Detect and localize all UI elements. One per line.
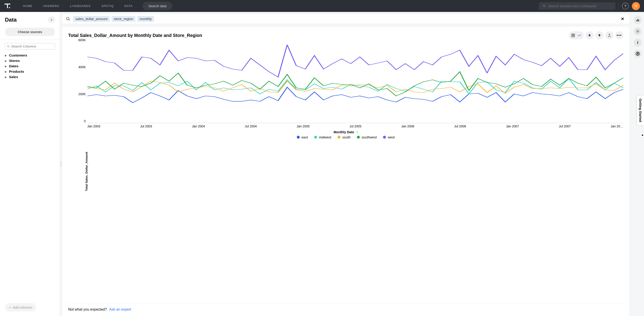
nav-spotiq[interactable]: SPOTIQ bbox=[96, 4, 119, 8]
search-icon bbox=[7, 45, 10, 48]
chart-actions: ••• bbox=[569, 31, 623, 40]
line-chart-icon bbox=[578, 33, 582, 37]
search-data-button[interactable]: Search data bbox=[142, 2, 172, 10]
svg-line-6 bbox=[9, 46, 10, 47]
share-icon bbox=[608, 34, 611, 37]
svg-rect-9 bbox=[572, 34, 575, 37]
r-analysis-button[interactable]: Ⓡ bbox=[634, 50, 642, 58]
pin-button[interactable] bbox=[586, 31, 594, 40]
tree-item-products[interactable]: ▶Products bbox=[3, 69, 57, 74]
share-button[interactable] bbox=[605, 31, 614, 40]
x-tick: Jan 2006 bbox=[402, 124, 414, 128]
y-tick: 600K bbox=[74, 38, 86, 42]
global-search[interactable] bbox=[539, 2, 616, 10]
not-expected-prompt: Not what you expected? Ask an expert bbox=[68, 303, 623, 313]
avatar[interactable]: N bbox=[632, 2, 640, 10]
chart-container: Total Sales_Dollar_Amount by Monthly Dat… bbox=[62, 27, 629, 316]
legend: east midwest south southwest west bbox=[68, 135, 623, 139]
caret-right-icon: ▶ bbox=[5, 65, 7, 68]
gear-icon bbox=[636, 29, 640, 33]
y-tick: 400K bbox=[74, 65, 86, 69]
x-tick: Jul 2003 bbox=[140, 124, 152, 128]
search-bar[interactable]: sales_dollar_amount store_region monthly… bbox=[62, 14, 629, 24]
search-token[interactable]: sales_dollar_amount bbox=[73, 16, 110, 22]
nav-liveboards[interactable]: LIVEBOARDS bbox=[64, 4, 96, 8]
svg-point-19 bbox=[637, 31, 638, 32]
tree-item-dates[interactable]: ▶Dates bbox=[3, 64, 57, 69]
search-token[interactable]: store_region bbox=[112, 16, 136, 22]
tree-item-stores[interactable]: ▶Stores bbox=[3, 58, 57, 64]
x-tick: Jul 2004 bbox=[245, 124, 257, 128]
chart-body: Total Sales_Dollar_Amount 0 200K 400K 60… bbox=[68, 42, 623, 301]
nav-answers[interactable]: ANSWERS bbox=[38, 4, 64, 8]
nav-home[interactable]: HOME bbox=[18, 4, 38, 8]
sort-asc-icon[interactable]: ↑ bbox=[356, 130, 358, 134]
legend-east[interactable]: east bbox=[297, 135, 308, 139]
svg-point-2 bbox=[9, 7, 10, 8]
caret-right-icon: ▶ bbox=[5, 60, 7, 62]
info-icon: i bbox=[637, 40, 638, 45]
svg-rect-18 bbox=[638, 20, 639, 22]
caret-right-icon: ▶ bbox=[5, 76, 7, 78]
x-tick: Jul 2007 bbox=[559, 124, 571, 128]
getting-started-tab[interactable]: Getting Started bbox=[636, 95, 644, 126]
line-chart bbox=[87, 42, 623, 123]
tree-item-sales[interactable]: ▶Sales bbox=[3, 74, 57, 80]
search-columns[interactable] bbox=[5, 43, 55, 50]
search-token[interactable]: monthly bbox=[137, 16, 154, 22]
ask-expert-link[interactable]: Ask an expert bbox=[109, 308, 131, 311]
svg-point-3 bbox=[543, 5, 545, 7]
x-tick: Jan 20… bbox=[611, 124, 623, 128]
y-tick: 200K bbox=[74, 92, 86, 96]
left-sidebar: Data Choose sources ▶Customers ▶Stores ▶… bbox=[0, 12, 60, 316]
settings-button[interactable] bbox=[634, 27, 642, 35]
more-button[interactable]: ••• bbox=[615, 31, 623, 40]
global-search-input[interactable] bbox=[548, 4, 612, 8]
pin-icon bbox=[588, 34, 591, 37]
sidebar-title: Data bbox=[5, 17, 17, 23]
legend-south[interactable]: south bbox=[338, 135, 350, 139]
collapse-sidebar-button[interactable] bbox=[48, 16, 55, 23]
caret-right-icon: ▶ bbox=[5, 70, 7, 73]
legend-southwest[interactable]: southwest bbox=[357, 135, 377, 139]
chart-title: Total Sales_Dollar_Amount by Monthly Dat… bbox=[68, 33, 202, 38]
y-axis-label: Total Sales_Dollar_Amount bbox=[85, 152, 88, 191]
search-icon bbox=[66, 17, 70, 21]
x-tick: Jan 2003 bbox=[87, 124, 100, 128]
bar-chart-icon bbox=[636, 18, 640, 22]
getting-started-collapse[interactable]: ◀ bbox=[640, 132, 644, 137]
add-columns-button[interactable]: + Add columns bbox=[5, 303, 36, 312]
column-tree: ▶Customers ▶Stores ▶Dates ▶Products ▶Sal… bbox=[0, 52, 60, 80]
tree-item-customers[interactable]: ▶Customers bbox=[3, 53, 57, 58]
svg-point-14 bbox=[598, 34, 600, 36]
search-columns-input[interactable] bbox=[11, 44, 53, 48]
x-tick: Jul 2006 bbox=[454, 124, 466, 128]
svg-rect-15 bbox=[599, 36, 600, 37]
plot-area[interactable] bbox=[87, 42, 623, 123]
splitter[interactable] bbox=[60, 12, 62, 316]
legend-west[interactable]: west bbox=[383, 135, 395, 139]
divider bbox=[618, 3, 619, 9]
help-button[interactable]: ? bbox=[622, 3, 629, 10]
top-nav: HOME ANSWERS LIVEBOARDS SPOTIQ DATA Sear… bbox=[0, 0, 644, 12]
logo[interactable] bbox=[4, 3, 11, 10]
r-icon: Ⓡ bbox=[636, 51, 640, 56]
clear-search-button[interactable]: ✕ bbox=[620, 16, 626, 22]
plus-icon: + bbox=[9, 306, 11, 309]
y-tick: 0 bbox=[74, 119, 86, 123]
nav-data[interactable]: DATA bbox=[119, 4, 138, 8]
x-axis-label: Monthly Date ↑ bbox=[68, 130, 623, 134]
x-ticks: Jan 2003 Jul 2003 Jan 2004 Jul 2004 Jan … bbox=[68, 124, 623, 128]
x-tick: Jul 2005 bbox=[350, 124, 362, 128]
svg-line-8 bbox=[69, 20, 70, 20]
insight-button[interactable] bbox=[596, 31, 604, 40]
svg-line-4 bbox=[544, 6, 545, 7]
lightbulb-icon bbox=[598, 34, 601, 37]
info-button[interactable]: i bbox=[634, 38, 642, 46]
more-icon: ••• bbox=[617, 33, 622, 37]
chart-config-button[interactable] bbox=[634, 16, 642, 24]
svg-rect-16 bbox=[636, 20, 637, 22]
choose-sources-button[interactable]: Choose sources bbox=[5, 28, 55, 36]
view-toggle[interactable] bbox=[569, 31, 584, 40]
legend-midwest[interactable]: midwest bbox=[314, 135, 331, 139]
